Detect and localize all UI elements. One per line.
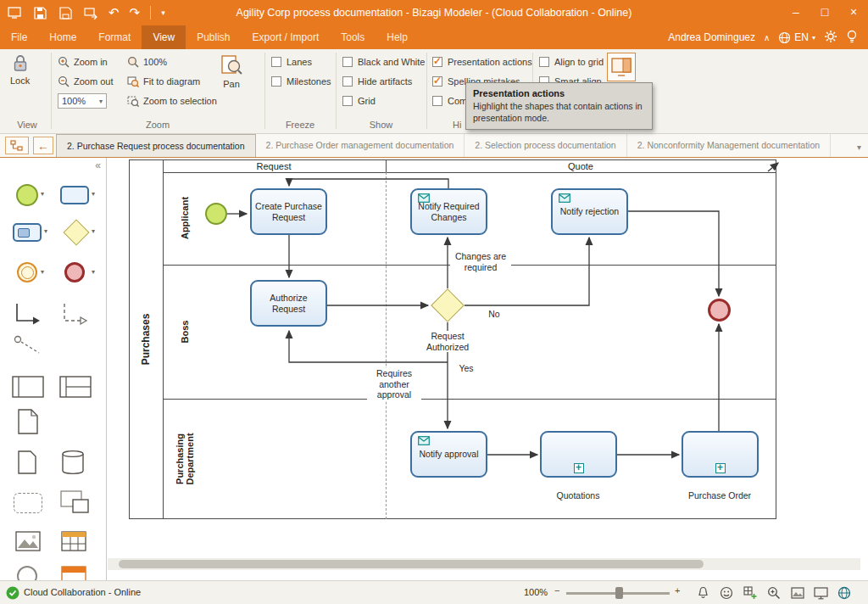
menu-publish[interactable]: Publish — [186, 25, 241, 49]
task-notify-required-changes[interactable]: Notify Required Changes — [410, 188, 487, 235]
zoom-level-combo[interactable]: 100% ▾ — [58, 93, 107, 109]
caret-icon[interactable]: ▾ — [44, 227, 47, 235]
pan-button[interactable]: Pan — [220, 54, 242, 89]
online-status-icon — [5, 585, 20, 601]
zoom-in-slider-button[interactable]: + — [675, 585, 680, 596]
export-image-icon[interactable] — [790, 585, 805, 601]
palette-item-custom-shape[interactable] — [17, 566, 37, 580]
subprocess-plus-icon[interactable] — [715, 463, 726, 473]
zoom-out-slider-button[interactable]: − — [554, 585, 559, 596]
palette-item-association[interactable] — [12, 333, 46, 358]
lock-button[interactable]: Lock — [10, 54, 30, 86]
tab-purchase-order[interactable]: 2. Purchase Order management documentati… — [256, 134, 465, 157]
palette-item-image-artifact[interactable] — [15, 531, 41, 551]
message-icon — [418, 193, 430, 203]
lane-divider[interactable] — [163, 399, 776, 400]
close-button[interactable]: × — [839, 0, 868, 25]
task-notify-rejection[interactable]: Notify rejection — [551, 188, 628, 235]
process-explorer-button[interactable] — [5, 137, 29, 154]
palette-item-data-object[interactable] — [17, 450, 37, 474]
presentation-screen-icon[interactable] — [813, 585, 828, 601]
ribbon: Lock View Zoom in Zoom out 100% ▾ 100% F… — [0, 49, 868, 134]
palette-item-end-event[interactable] — [64, 262, 85, 282]
palette-item-table-artifact[interactable] — [61, 531, 86, 551]
ribbon-separator — [426, 53, 427, 129]
subprocess-purchase-order[interactable] — [682, 431, 759, 478]
task-notify-approval[interactable]: Notify approval — [410, 431, 487, 478]
tab-purchase-request[interactable]: 2. Purchase Request process documentatio… — [56, 134, 256, 157]
subprocess-quotations[interactable] — [540, 431, 617, 478]
tab-nonconformity[interactable]: 2. Nonconformity Management documentatio… — [627, 134, 831, 157]
end-event[interactable] — [708, 299, 731, 322]
horizontal-scrollbar[interactable] — [108, 558, 860, 570]
palette-item-lane[interactable] — [59, 376, 92, 398]
task-authorize-request[interactable]: Authorize Request — [250, 280, 327, 327]
add-element-grid-icon[interactable] — [743, 585, 758, 601]
diagram-canvas[interactable]: Purchases Request Quote Applicant Boss P… — [108, 158, 860, 558]
zoom-out-button[interactable]: Zoom out — [58, 76, 113, 87]
user-name[interactable]: Andrea Dominguez — [668, 31, 755, 43]
palette-item-message-flow[interactable] — [59, 299, 90, 329]
caret-icon[interactable]: ▾ — [92, 227, 95, 235]
menu-export-import[interactable]: Export / Import — [242, 25, 331, 49]
menu-file[interactable]: File — [0, 25, 38, 49]
palette-item-data-store[interactable] — [61, 450, 85, 475]
fit-to-diagram-icon — [127, 76, 139, 87]
fit-to-diagram-button[interactable]: Fit to diagram — [127, 76, 200, 87]
caret-icon[interactable]: ▾ — [92, 190, 95, 198]
palette-item-header-artifact[interactable] — [61, 566, 86, 580]
zoom-100-button[interactable]: 100% — [127, 56, 167, 68]
hide-artifacts-checkbox[interactable]: Hide artifacts — [342, 76, 412, 87]
palette-collapse-icon[interactable]: « — [95, 159, 101, 171]
palette-item-start-event[interactable] — [16, 184, 38, 206]
scrollbar-thumb[interactable] — [119, 560, 704, 568]
caret-icon[interactable]: ▾ — [41, 268, 44, 276]
tab-overflow-icon[interactable]: ▾ — [857, 143, 861, 152]
align-to-grid-checkbox[interactable]: Align to grid — [539, 57, 604, 67]
language-globe-icon[interactable]: EN ▾ — [778, 31, 815, 44]
milestones-checkbox[interactable]: Milestones — [271, 76, 331, 87]
palette-item-intermediate-event[interactable] — [17, 262, 37, 282]
palette-item-subprocess[interactable] — [13, 223, 42, 242]
presentation-mode-button[interactable] — [607, 53, 636, 81]
maximize-button[interactable]: □ — [810, 0, 839, 25]
lanes-checkbox[interactable]: Lanes — [271, 57, 312, 67]
caret-icon[interactable]: ▾ — [92, 268, 95, 276]
task-create-purchase-request[interactable]: Create Purchase Request — [250, 188, 327, 235]
minimize-button[interactable]: – — [782, 0, 810, 25]
subprocess-quotations-label: Quotations — [548, 490, 608, 501]
settings-gear-icon[interactable] — [824, 30, 837, 46]
tab-selection-process[interactable]: 2. Selection process documentation — [465, 134, 626, 157]
palette-item-group[interactable] — [14, 493, 42, 513]
palette-item-pool[interactable] — [12, 376, 44, 398]
menu-tools[interactable]: Tools — [330, 25, 376, 49]
help-bulb-icon[interactable] — [846, 30, 858, 46]
menu-help[interactable]: Help — [376, 25, 419, 49]
web-globe-icon[interactable] — [837, 585, 852, 601]
zoom-out-label: Zoom out — [74, 76, 113, 87]
subprocess-plus-icon[interactable] — [574, 463, 584, 473]
palette-item-sequence-flow[interactable] — [12, 299, 42, 329]
palette-item-milestone-artifact[interactable] — [17, 409, 39, 434]
milestone-divider[interactable] — [386, 172, 387, 519]
caret-icon[interactable]: ▾ — [41, 190, 44, 198]
menu-format[interactable]: Format — [87, 25, 142, 49]
zoom-slider-thumb[interactable] — [615, 587, 623, 599]
comments-icon[interactable] — [719, 585, 734, 601]
zoom-in-button[interactable]: Zoom in — [58, 56, 108, 68]
black-white-checkbox[interactable]: Black and White — [342, 57, 425, 67]
menu-view[interactable]: View — [142, 25, 186, 49]
pan-icon — [220, 54, 242, 76]
collapse-ribbon-icon[interactable]: ∧ — [764, 33, 770, 42]
presentation-actions-checkbox[interactable]: Presentation actions — [432, 57, 532, 67]
palette-item-gateway[interactable] — [63, 219, 89, 245]
zoom-tool-icon[interactable] — [766, 585, 782, 601]
notifications-bell-icon[interactable] — [695, 585, 710, 601]
zoom-to-selection-button[interactable]: Zoom to selection — [127, 95, 217, 107]
back-arrow-button[interactable]: ← — [33, 137, 53, 154]
grid-checkbox[interactable]: Grid — [342, 96, 376, 106]
menu-home[interactable]: Home — [38, 25, 87, 49]
palette-item-task[interactable] — [60, 186, 89, 204]
start-event[interactable] — [205, 203, 227, 225]
palette-item-annotation[interactable] — [59, 489, 90, 515]
